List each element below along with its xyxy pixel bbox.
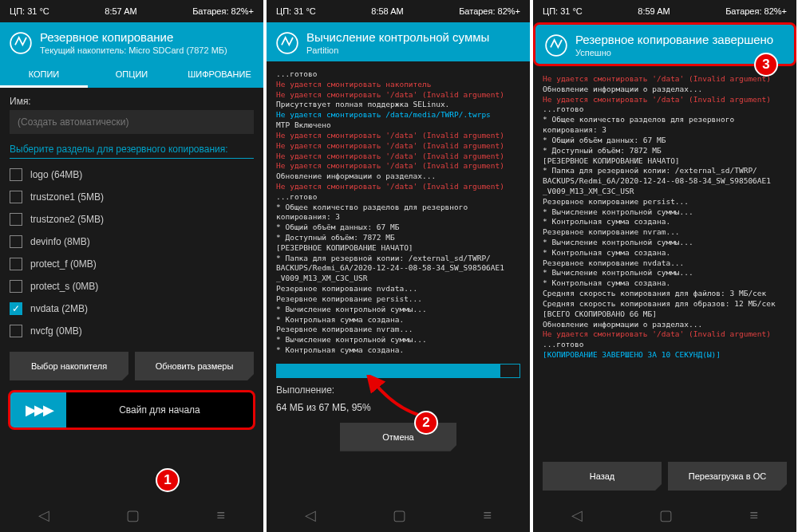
log-line: ...готово bbox=[276, 69, 520, 80]
status-battery: Батарея: 82%+ bbox=[725, 6, 787, 16]
status-time: 8:59 AM bbox=[638, 6, 670, 16]
checkbox-icon[interactable] bbox=[10, 168, 22, 181]
cancel-button[interactable]: Отмена bbox=[340, 423, 457, 451]
partition-row[interactable]: protect_s (0MB) bbox=[10, 275, 254, 298]
partition-row[interactable]: trustzone2 (5MB) bbox=[10, 208, 254, 231]
nav-back-icon[interactable]: ◁ bbox=[305, 506, 316, 524]
partition-list: logo (64MB)trustzone1 (5MB)trustzone2 (5… bbox=[10, 164, 254, 342]
log-line: * Доступный объём: 7872 МБ bbox=[543, 146, 787, 156]
nav-back-icon[interactable]: ◁ bbox=[38, 506, 49, 524]
log-line: копирования: 3 bbox=[543, 125, 787, 136]
log-line: Резервное копирование persist... bbox=[543, 197, 787, 207]
partition-row[interactable]: logo (64MB) bbox=[10, 164, 254, 186]
refresh-button[interactable]: Обновить размеры bbox=[135, 352, 254, 380]
nav-menu-icon[interactable]: ≡ bbox=[483, 507, 492, 524]
checkbox-icon[interactable]: ✓ bbox=[10, 302, 22, 315]
tab-copies[interactable]: КОПИИ bbox=[0, 61, 88, 88]
checkbox-icon[interactable] bbox=[10, 191, 22, 203]
partition-label: nvdata (2MB) bbox=[30, 303, 88, 314]
log-line: Не удается смонтировать '/data' (Invalid… bbox=[276, 131, 520, 141]
partition-row[interactable]: trustzone1 (5MB) bbox=[10, 186, 254, 208]
nav-home-icon[interactable]: ▢ bbox=[659, 506, 673, 524]
annotation-badge-2: 2 bbox=[414, 411, 438, 435]
tab-encryption[interactable]: ШИФРОВАНИЕ bbox=[176, 61, 263, 88]
partition-row[interactable]: devinfo (8MB) bbox=[10, 231, 254, 253]
header-title: Резервное копирование bbox=[40, 30, 227, 44]
log-line: Резервное копирование nvram... bbox=[276, 325, 520, 335]
status-cpu: ЦП: 31 °C bbox=[10, 6, 49, 16]
log-line: * Вычисление контрольной суммы... bbox=[276, 305, 520, 315]
partition-label: protect_f (0MB) bbox=[30, 258, 97, 270]
log-line: Присутствует полная поддержка SELinux. bbox=[276, 100, 520, 110]
svg-point-1 bbox=[277, 33, 298, 53]
nav-home-icon[interactable]: ▢ bbox=[126, 506, 140, 524]
log-line: * Общее количество разделов для резервно… bbox=[276, 203, 520, 213]
annotation-badge-3: 3 bbox=[754, 53, 778, 77]
log-line: * Контрольная сумма создана. bbox=[543, 248, 787, 258]
status-time: 8:57 AM bbox=[105, 6, 136, 16]
nav-bar: ◁ ▢ ≡ bbox=[267, 495, 530, 532]
log-line: Резервное копирование nvdata... bbox=[543, 258, 787, 269]
storage-button[interactable]: Выбор накопителя bbox=[10, 352, 128, 380]
header-title: Резервное копирование завершено bbox=[575, 33, 773, 46]
header-subtitle: Успешно bbox=[575, 48, 773, 57]
checkbox-icon[interactable] bbox=[10, 235, 22, 248]
backup-name-input[interactable] bbox=[10, 110, 254, 134]
log-line: * Общий объём данных: 67 МБ bbox=[543, 136, 787, 146]
log-line: Резервное копирование nvdata... bbox=[276, 284, 520, 294]
log-line: Не удается смонтировать '/data' (Invalid… bbox=[276, 152, 520, 162]
log-line: * Вычисление контрольной суммы... bbox=[543, 207, 787, 218]
partition-row[interactable]: nvcfg (0MB) bbox=[10, 320, 254, 342]
checkbox-icon[interactable] bbox=[10, 258, 22, 270]
partition-label: protect_s (0MB) bbox=[30, 281, 98, 292]
log-line: * Вычисление контрольной суммы... bbox=[543, 268, 787, 278]
log-line: BACKUPS/Redmi_6A/2020-12-24--08-58-34_SW… bbox=[276, 263, 520, 274]
log-line: * Контрольная сумма создана. bbox=[276, 345, 520, 356]
log-line: * Общее количество разделов для резервно… bbox=[543, 115, 787, 125]
log-line: [РЕЗЕРВНОЕ КОПИРОВАНИЕ НАЧАТО] bbox=[276, 243, 520, 254]
log-line: * Вычисление контрольной суммы... bbox=[543, 238, 787, 248]
checkbox-icon[interactable] bbox=[10, 280, 22, 293]
log-line: [ВСЕГО СКОПИРОВАНО 66 МБ] bbox=[543, 309, 787, 320]
log-line: [РЕЗЕРВНОЕ КОПИРОВАНИЕ НАЧАТО] bbox=[543, 156, 787, 167]
header-subtitle: Текущий накопитель: Micro SDCard (7872 М… bbox=[40, 45, 227, 55]
status-bar: ЦП: 31 °C 8:59 AM Батарея: 82%+ bbox=[533, 0, 796, 22]
log-line: ...готово bbox=[276, 192, 520, 203]
log-line: Не удается смонтировать накопитель bbox=[276, 80, 520, 90]
screen-3: ЦП: 31 °C 8:59 AM Батарея: 82%+ Резервно… bbox=[533, 0, 796, 532]
swipe-to-start[interactable]: ▶▶▶ Свайп для начала bbox=[10, 392, 254, 428]
swipe-handle-icon[interactable]: ▶▶▶ bbox=[10, 392, 66, 428]
log-line: Резервное копирование nvram... bbox=[543, 227, 787, 238]
log-line: Не удается смонтировать '/data' (Invalid… bbox=[276, 90, 520, 100]
nav-menu-icon[interactable]: ≡ bbox=[749, 507, 758, 524]
log-output: ...готовоНе удается смонтировать накопит… bbox=[276, 69, 520, 356]
twrp-logo-icon bbox=[10, 32, 32, 54]
swipe-label: Свайп для начала bbox=[66, 404, 253, 416]
back-button[interactable]: Назад bbox=[543, 462, 662, 491]
header: Резервное копирование завершено Успешно … bbox=[533, 22, 796, 66]
nav-back-icon[interactable]: ◁ bbox=[571, 506, 583, 524]
header: Резервное копирование Текущий накопитель… bbox=[0, 22, 263, 61]
log-line: Средняя скорость копирования для файлов:… bbox=[543, 289, 787, 299]
header-title: Вычисление контрольной суммы bbox=[306, 30, 489, 44]
partition-label: nvcfg (0MB) bbox=[30, 325, 82, 337]
nav-home-icon[interactable]: ▢ bbox=[393, 506, 406, 524]
log-line: Не удается смонтировать '/data' (Invalid… bbox=[543, 95, 787, 105]
tab-options[interactable]: ОПЦИИ bbox=[88, 61, 176, 88]
annotation-badge-1: 1 bbox=[156, 468, 180, 492]
checkbox-icon[interactable] bbox=[10, 325, 22, 337]
log-line: Обновление информации о разделах... bbox=[276, 171, 520, 182]
checkbox-icon[interactable] bbox=[10, 213, 22, 226]
name-label: Имя: bbox=[10, 96, 254, 107]
partition-row[interactable]: ✓nvdata (2MB) bbox=[10, 298, 254, 320]
header-subtitle: Partition bbox=[306, 45, 489, 55]
status-cpu: ЦП: 31 °C bbox=[276, 6, 316, 16]
log-line: * Контрольная сумма создана. bbox=[276, 315, 520, 325]
log-line: Не удается смонтировать '/data' (Invalid… bbox=[543, 329, 787, 340]
partition-row[interactable]: protect_f (0MB) bbox=[10, 253, 254, 275]
nav-menu-icon[interactable]: ≡ bbox=[216, 507, 225, 524]
status-bar: ЦП: 31 °C 8:57 AM Батарея: 82%+ bbox=[0, 0, 263, 22]
log-line: _V009_M13_XM_C3C_USR bbox=[543, 187, 787, 197]
header: Вычисление контрольной суммы Partition bbox=[267, 22, 530, 61]
reboot-button[interactable]: Перезагрузка в ОС bbox=[668, 462, 787, 491]
